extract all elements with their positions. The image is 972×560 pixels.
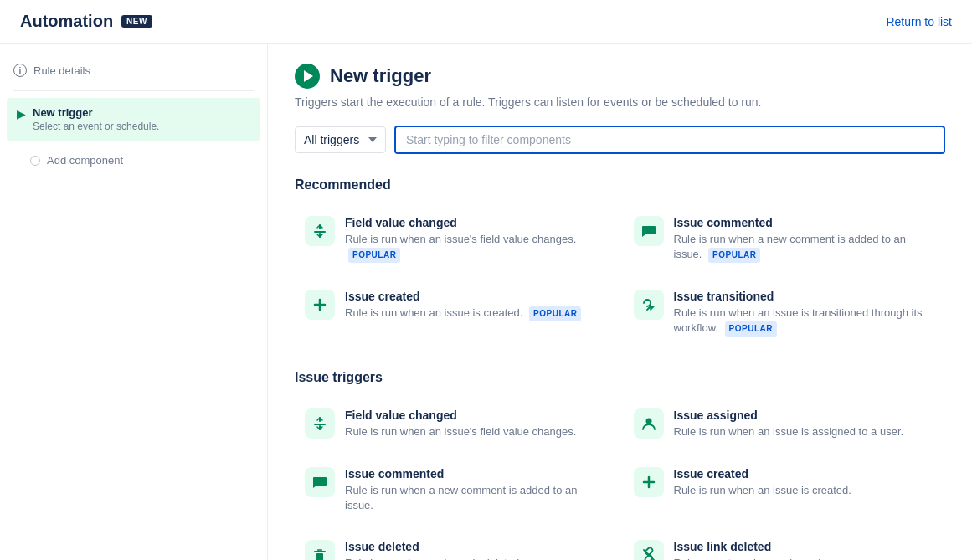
play-triangle (304, 70, 313, 82)
app-header: Automation NEW Return to list (0, 0, 972, 44)
new-badge: NEW (121, 15, 152, 28)
content-description: Triggers start the execution of a rule. … (295, 95, 945, 109)
link-icon (634, 540, 664, 560)
add-dot-icon (30, 156, 40, 166)
main-content: New trigger Triggers start the execution… (268, 44, 972, 560)
trigger-card-field-value-recommended[interactable]: Field value changed Rule is run when an … (295, 206, 617, 273)
delete-icon (305, 540, 335, 560)
plus-icon-2 (634, 467, 664, 497)
trigger-card-desc: Rule executes when an issue is... (674, 556, 836, 560)
trigger-card-title: Issue commented (674, 216, 936, 229)
return-to-list-link[interactable]: Return to list (886, 15, 952, 28)
trigger-card-title: Issue transitioned (674, 290, 936, 303)
svg-rect-1 (314, 424, 326, 425)
add-component-label: Add component (47, 154, 123, 167)
trigger-card-issue-deleted[interactable]: Issue deleted Rule is run when an issue … (295, 530, 617, 560)
comment-icon (634, 216, 664, 246)
rule-details-label: Rule details (33, 64, 90, 77)
trigger-card-title: Issue commented (345, 467, 607, 480)
trigger-card-content: Issue created Rule is run when an issue … (674, 467, 851, 498)
trigger-card-title: Issue deleted (345, 540, 522, 553)
trigger-card-issue-created-recommended[interactable]: Issue created Rule is run when an issue … (295, 280, 617, 347)
trigger-card-title: Issue created (345, 290, 581, 303)
svg-rect-3 (316, 553, 323, 560)
trigger-item-content: New trigger Select an event or schedule. (33, 106, 159, 132)
trigger-card-title: Field value changed (345, 216, 607, 229)
assign-icon (634, 408, 664, 439)
trigger-card-content: Issue assigned Rule is run when an issue… (674, 408, 904, 439)
svg-rect-0 (314, 231, 326, 233)
issue-triggers-grid: Field value changed Rule is run when an … (295, 398, 945, 560)
info-icon: i (13, 64, 27, 77)
trigger-card-issue-commented-issue[interactable]: Issue commented Rule is run when a new c… (295, 457, 617, 523)
trigger-card-issue-created-issue[interactable]: Issue created Rule is run when an issue … (624, 457, 946, 523)
trigger-card-content: Issue link deleted Rule executes when an… (674, 540, 836, 560)
filter-input[interactable] (394, 126, 945, 154)
trigger-card-desc: Rule is run when an issue is created. (674, 483, 851, 498)
trigger-card-content: Field value changed Rule is run when an … (345, 216, 607, 263)
trigger-card-desc: Rule is run when a new comment is added … (674, 232, 936, 263)
trigger-card-content: Issue transitioned Rule is run when an i… (674, 290, 936, 337)
trigger-card-content: Issue deleted Rule is run when an issue … (345, 540, 522, 560)
trigger-arrow-icon: ▶ (17, 107, 26, 121)
sidebar-divider (13, 90, 254, 91)
sidebar-trigger-item[interactable]: ▶ New trigger Select an event or schedul… (7, 98, 260, 141)
filter-row: All triggers (295, 126, 945, 154)
popular-badge: POPULAR (529, 306, 581, 321)
app-title: Automation (20, 12, 113, 31)
trigger-card-title: Field value changed (345, 408, 576, 422)
sidebar: i Rule details ▶ New trigger Select an e… (0, 44, 268, 560)
popular-badge: POPULAR (348, 248, 400, 263)
trigger-card-desc: Rule is run when a new comment is added … (345, 483, 607, 513)
popular-badge: POPULAR (725, 321, 777, 337)
trigger-card-issue-commented-recommended[interactable]: Issue commented Rule is run when a new c… (624, 206, 946, 273)
trigger-card-title: Issue assigned (674, 408, 904, 422)
field-value-icon-2 (305, 408, 335, 439)
play-icon (295, 64, 320, 89)
svg-point-2 (645, 419, 651, 424)
trigger-card-content: Issue created Rule is run when an issue … (345, 290, 581, 321)
trigger-card-content: Issue commented Rule is run when a new c… (345, 467, 607, 513)
plus-icon (305, 290, 335, 320)
trigger-card-content: Issue commented Rule is run when a new c… (674, 216, 936, 263)
trigger-card-desc: Rule is run when an issue is transitione… (674, 306, 936, 337)
issue-triggers-section-title: Issue triggers (295, 370, 945, 385)
header-left: Automation NEW (20, 12, 152, 31)
trigger-card-desc: Rule is run when an issue's field value … (345, 232, 607, 263)
trigger-card-issue-link-deleted[interactable]: Issue link deleted Rule executes when an… (624, 530, 946, 560)
trigger-item-subtitle: Select an event or schedule. (33, 121, 159, 132)
trigger-card-title: Issue created (674, 467, 851, 480)
trigger-item-title: New trigger (33, 106, 159, 119)
trigger-card-title: Issue link deleted (674, 540, 836, 553)
popular-badge: POPULAR (708, 248, 760, 263)
transition-icon (634, 290, 664, 320)
trigger-card-issue-transitioned-recommended[interactable]: Issue transitioned Rule is run when an i… (624, 280, 946, 347)
trigger-card-desc: Rule is run when an issue is deleted. (345, 556, 522, 560)
add-component[interactable]: Add component (17, 147, 267, 173)
recommended-section-title: Recommended (295, 177, 945, 193)
content-header: New trigger (295, 64, 945, 89)
content-title: New trigger (330, 65, 431, 87)
sidebar-rule-details[interactable]: i Rule details (0, 57, 267, 84)
comment-icon-2 (305, 467, 335, 497)
trigger-card-desc: Rule is run when an issue is assigned to… (674, 424, 904, 439)
trigger-card-content: Field value changed Rule is run when an … (345, 408, 576, 439)
field-value-icon (305, 216, 335, 246)
trigger-card-field-value-issue[interactable]: Field value changed Rule is run when an … (295, 398, 617, 450)
main-layout: i Rule details ▶ New trigger Select an e… (0, 44, 972, 560)
trigger-filter-select[interactable]: All triggers (295, 126, 386, 153)
trigger-card-issue-assigned[interactable]: Issue assigned Rule is run when an issue… (624, 398, 946, 450)
trigger-card-desc: Rule is run when an issue is created. PO… (345, 306, 581, 321)
recommended-grid: Field value changed Rule is run when an … (295, 206, 945, 347)
trigger-card-desc: Rule is run when an issue's field value … (345, 424, 576, 439)
